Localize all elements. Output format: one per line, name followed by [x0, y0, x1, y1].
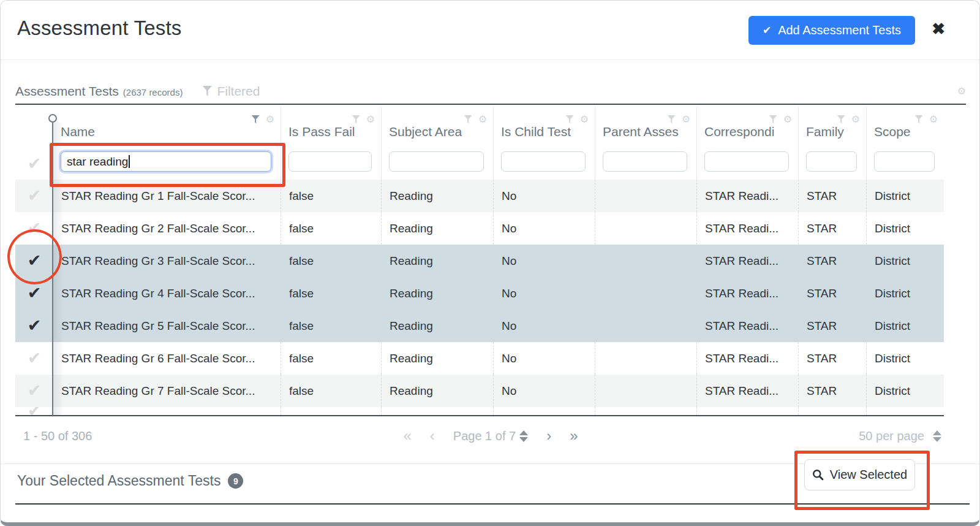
row-checkmark-icon[interactable]: ✔ [28, 188, 42, 204]
gear-icon[interactable]: ⚙ [478, 115, 487, 124]
corresponding-filter-input[interactable] [704, 151, 789, 172]
filter-icon[interactable] [769, 115, 777, 124]
parent-assessment-filter-input[interactable] [603, 151, 687, 172]
cell-subject-area: Reading [382, 245, 494, 277]
row-checkmark-icon[interactable]: ✔ [28, 285, 42, 302]
cell-subject-area: Reading [382, 212, 494, 245]
gear-icon[interactable]: ⚙ [580, 115, 589, 124]
close-icon[interactable]: ✖ [932, 20, 945, 39]
filter-icon[interactable] [915, 115, 923, 124]
cell-corresponding: STAR Readi... [697, 180, 799, 212]
table-row[interactable]: ✔ STAR Reading Gr 6 Fall-Scale Scor... f… [15, 342, 944, 375]
table-row[interactable]: ✔ STAR Reading Gr 2 Fall-Scale Scor... f… [15, 212, 944, 245]
cell-subject-area: Reading [382, 277, 494, 310]
subject-area-filter-input[interactable] [389, 151, 484, 172]
gear-icon[interactable]: ⚙ [366, 115, 375, 124]
column-label-name[interactable]: Name [61, 124, 95, 139]
filter-icon[interactable] [566, 115, 574, 124]
cell-is-pass-fail: false [281, 180, 382, 212]
table-row-partial: ✔ [15, 407, 944, 415]
row-checkmark-icon[interactable]: ✔ [28, 253, 42, 269]
select-all-checkmark-icon[interactable]: ✔ [15, 156, 53, 172]
cell-name: STAR Reading Gr 7 Fall-Scale Scor... [53, 375, 281, 407]
cell-name: STAR Reading Gr 1 Fall-Scale Scor... [53, 180, 281, 212]
name-filter-input[interactable]: star reading [61, 151, 271, 172]
cell-corresponding: STAR Readi... [697, 310, 799, 342]
next-page-icon[interactable]: › [546, 429, 551, 443]
row-checkmark-icon[interactable]: ✔ [28, 220, 42, 237]
table-section-bar: Assessment Tests (2637 records) Filtered… [15, 78, 966, 105]
scope-filter-input[interactable] [874, 151, 935, 172]
per-page-spinner[interactable] [933, 430, 941, 442]
per-page-label[interactable]: 50 per page [859, 429, 924, 443]
column-label-is-pass-fail[interactable]: Is Pass Fail [288, 124, 355, 139]
first-page-icon[interactable]: « [403, 429, 411, 443]
filtered-indicator[interactable]: Filtered [202, 84, 260, 99]
is-child-test-filter-input[interactable] [501, 151, 586, 172]
column-label-family[interactable]: Family [806, 124, 844, 139]
filter-icon [202, 86, 212, 97]
column-label-parent-assessment[interactable]: Parent Asses [603, 124, 679, 139]
table-row[interactable]: ✔ STAR Reading Gr 4 Fall-Scale Scor... f… [15, 277, 944, 310]
gear-icon[interactable]: ⚙ [682, 115, 690, 124]
cell-family: STAR [799, 277, 867, 310]
previous-page-icon[interactable]: ‹ [430, 429, 435, 443]
cell-is-child-test: No [494, 277, 595, 310]
column-header-subject-area: ⚙ Subject Area [382, 106, 494, 180]
cell-subject-area: Reading [382, 375, 494, 407]
gear-icon[interactable]: ⚙ [929, 115, 938, 124]
table-row[interactable]: ✔ STAR Reading Gr 1 Fall-Scale Scor... f… [15, 180, 944, 212]
cell-is-pass-fail: false [281, 342, 382, 375]
is-pass-fail-filter-input[interactable] [288, 151, 372, 172]
selected-count-badge: 9 [228, 473, 243, 489]
add-button-label: Add Assessment Tests [778, 23, 901, 37]
cell-name: STAR Reading Gr 3 Fall-Scale Scor... [53, 245, 281, 277]
column-header-family: ⚙ Family [799, 106, 867, 180]
filter-icon[interactable] [252, 115, 260, 124]
column-label-is-child-test[interactable]: Is Child Test [501, 124, 571, 139]
cell-parent-assessment [595, 375, 697, 407]
column-label-corresponding[interactable]: Correspondi [704, 124, 774, 139]
gear-icon[interactable]: ⚙ [851, 115, 860, 124]
cell-parent-assessment [595, 342, 697, 375]
filter-icon[interactable] [668, 115, 676, 124]
column-header-scope: ⚙ Scope [867, 106, 944, 180]
assessment-tests-table: ✔ ⚙ Name star reading ⚙ Is Pass Fail [15, 106, 944, 416]
cell-subject-area: Reading [382, 180, 494, 212]
cell-subject-area: Reading [382, 342, 494, 375]
column-resize-line[interactable] [52, 123, 53, 416]
select-all-column-header: ✔ [15, 106, 53, 180]
row-checkmark-icon[interactable]: ✔ [28, 350, 42, 367]
column-label-scope[interactable]: Scope [874, 124, 911, 139]
gear-icon[interactable]: ⚙ [783, 115, 792, 124]
cell-is-pass-fail: false [281, 310, 382, 342]
filtered-label: Filtered [217, 84, 260, 99]
cell-family: STAR [799, 212, 867, 245]
filter-icon[interactable] [464, 115, 472, 124]
page-indicator: Page 1 of 7 [453, 429, 516, 443]
table-settings-gear-icon[interactable]: ⚙ [957, 86, 966, 96]
table-row[interactable]: ✔ STAR Reading Gr 7 Fall-Scale Scor... f… [15, 375, 944, 407]
cell-corresponding: STAR Readi... [697, 375, 799, 407]
assessment-tests-modal: Assessment Tests ✔ Add Assessment Tests … [0, 0, 980, 526]
selected-tests-label: Your Selected Assessment Tests [17, 473, 221, 489]
row-checkmark-icon[interactable]: ✔ [28, 318, 42, 334]
last-page-icon[interactable]: » [570, 429, 578, 443]
family-filter-input[interactable] [806, 151, 857, 172]
row-checkmark-icon[interactable]: ✔ [28, 383, 42, 399]
modal-header: Assessment Tests ✔ Add Assessment Tests … [1, 1, 979, 60]
filter-icon[interactable] [352, 115, 360, 124]
table-row[interactable]: ✔ STAR Reading Gr 5 Fall-Scale Scor... f… [15, 310, 944, 342]
cell-scope: District [867, 245, 944, 277]
view-selected-button[interactable]: View Selected [804, 459, 915, 490]
cell-name: STAR Reading Gr 2 Fall-Scale Scor... [53, 212, 281, 245]
add-assessment-tests-button[interactable]: ✔ Add Assessment Tests [748, 16, 915, 45]
column-label-subject-area[interactable]: Subject Area [389, 124, 462, 139]
table-row[interactable]: ✔ STAR Reading Gr 3 Fall-Scale Scor... f… [15, 245, 944, 277]
gear-icon[interactable]: ⚙ [266, 115, 274, 124]
cell-name: STAR Reading Gr 6 Fall-Scale Scor... [53, 342, 281, 375]
column-resize-handle[interactable] [48, 114, 57, 123]
filter-icon[interactable] [837, 115, 845, 124]
check-icon: ✔ [763, 24, 771, 37]
page-spinner[interactable] [519, 430, 528, 442]
